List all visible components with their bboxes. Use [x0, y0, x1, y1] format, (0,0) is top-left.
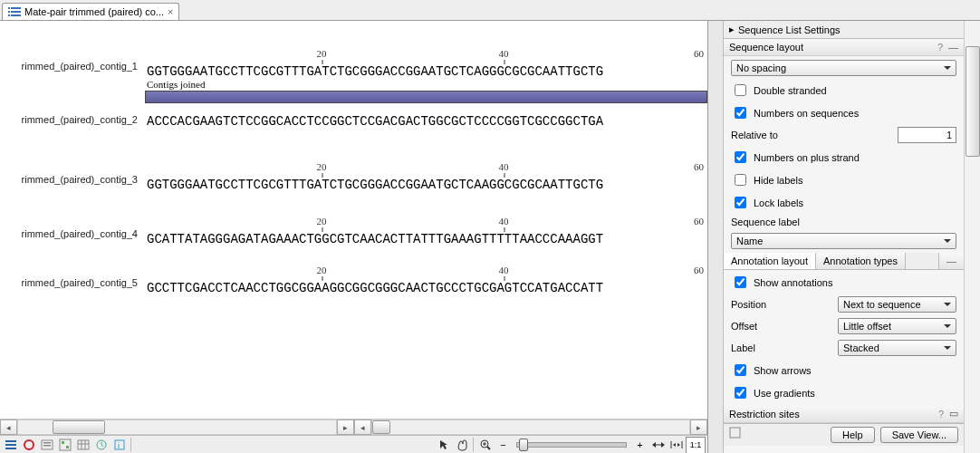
section-restriction-sites[interactable]: Restriction sites ? ▭	[724, 405, 964, 423]
document-tab-title: Mate-pair trimmed (paired) co...	[24, 6, 164, 17]
help-hint-icon[interactable]: ?	[937, 42, 943, 53]
label-combo[interactable]: Stacked	[838, 340, 956, 356]
svg-text:i: i	[118, 441, 120, 450]
svg-rect-13	[60, 439, 71, 450]
view-circular-icon[interactable]	[20, 437, 37, 454]
annotation-tabs: Annotation layout Annotation types —	[724, 253, 964, 270]
label-scrollbar-track[interactable]	[17, 419, 337, 435]
collapse-icon[interactable]: —	[938, 253, 964, 269]
svg-rect-16	[78, 440, 89, 449]
panel-vertical-scrollbar[interactable]	[964, 21, 980, 453]
svg-rect-1	[11, 7, 21, 9]
view-list-icon[interactable]	[2, 437, 19, 454]
pan-tool-icon[interactable]	[453, 437, 470, 454]
svg-rect-21	[115, 440, 124, 449]
ruler: 20 40 60	[145, 216, 707, 228]
zoom-out-icon[interactable]: −	[495, 437, 512, 454]
zoom-1to1-icon[interactable]: 1:1	[686, 437, 706, 454]
sequence-bases[interactable]: GGTGGGAATGCCTTCGCGTTTGATCTGCGGGACCGGAATG…	[145, 174, 707, 192]
collapse-icon[interactable]: —	[948, 42, 958, 53]
panel-title: Sequence List Settings	[738, 24, 841, 35]
use-gradients-checkbox[interactable]	[735, 387, 746, 399]
view-history-icon[interactable]	[92, 437, 110, 454]
scroll-left-button[interactable]: ◂	[354, 419, 371, 435]
save-view-button[interactable]: Save View...	[880, 427, 958, 443]
position-combo[interactable]: Next to sequence	[838, 296, 956, 313]
sequence-label-combo[interactable]: Name	[731, 233, 956, 249]
side-panel: ▸ Sequence List Settings Sequence layout…	[708, 21, 980, 453]
sequence-area[interactable]: rimmed_(paired)_contig_1 20 40 60 GGTGGG…	[0, 21, 707, 419]
expand-icon[interactable]: ▸	[729, 24, 735, 35]
editor-tab-bar: Mate-pair trimmed (paired) co... ×	[0, 0, 980, 21]
svg-line-24	[487, 447, 490, 449]
help-hint-icon[interactable]: ?	[938, 409, 944, 419]
svg-rect-7	[5, 444, 16, 446]
sequence-row: rimmed_(paired)_contig_1 20 40 60 GGTGGG…	[0, 48, 707, 103]
side-tray[interactable]	[708, 21, 724, 453]
document-tab[interactable]: Mate-pair trimmed (paired) co... ×	[2, 3, 179, 20]
viewer-toolbar: i − + 1:1	[0, 435, 707, 453]
close-tab-icon[interactable]: ×	[168, 6, 173, 17]
view-info-icon[interactable]: i	[110, 437, 128, 454]
numbers-plus-strand-checkbox[interactable]	[735, 151, 746, 163]
svg-rect-30	[730, 428, 740, 438]
hide-labels-checkbox[interactable]	[735, 174, 746, 186]
ruler: 20 40 60	[145, 161, 707, 174]
annotation-label: Contigs joined	[145, 79, 707, 90]
sequence-bases[interactable]: GGTGGGAATGCCTTCGCGTTTGATCTGCGGGACCGGAATG…	[145, 61, 707, 79]
fit-selection-icon[interactable]	[668, 437, 685, 454]
sequence-name: rimmed_(paired)_contig_5	[0, 265, 145, 288]
scroll-right-button[interactable]: ▸	[690, 419, 707, 435]
svg-rect-5	[11, 14, 21, 16]
svg-rect-15	[66, 446, 69, 448]
sequence-list-icon	[8, 6, 21, 17]
svg-rect-4	[8, 14, 10, 16]
sequence-name: rimmed_(paired)_contig_4	[0, 216, 145, 239]
tab-annotation-layout[interactable]: Annotation layout	[724, 253, 816, 269]
svg-rect-8	[5, 448, 16, 449]
view-table-icon[interactable]	[74, 437, 91, 454]
numbers-on-sequences-checkbox[interactable]	[735, 107, 746, 119]
horizontal-scroll-area: ◂ ▸ ◂ ▸	[0, 419, 707, 435]
sequence-row: rimmed_(paired)_contig_5 20 40 60 GCCTTC…	[0, 265, 707, 295]
panel-footer: Help Save View...	[724, 423, 964, 446]
scrollbar-thumb[interactable]	[372, 420, 390, 434]
svg-rect-12	[43, 445, 51, 447]
section-sequence-layout[interactable]: Sequence layout ? —	[724, 39, 964, 56]
sequence-scrollbar-track[interactable]	[371, 419, 691, 435]
zoom-slider[interactable]	[516, 442, 627, 448]
annotation-bar[interactable]	[145, 91, 707, 103]
sequence-name: rimmed_(paired)_contig_3	[0, 161, 145, 185]
help-button[interactable]: Help	[831, 427, 875, 443]
scrollbar-thumb[interactable]	[53, 420, 105, 434]
lock-labels-checkbox[interactable]	[735, 197, 746, 208]
presets-icon[interactable]	[729, 427, 741, 439]
show-annotations-checkbox[interactable]	[735, 276, 746, 288]
sequence-bases[interactable]: GCCTTCGACCTCAACCTGGCGGAAGGCGGCGGGCAACTGC…	[145, 277, 707, 295]
show-arrows-checkbox[interactable]	[735, 364, 746, 376]
spacing-combo[interactable]: No spacing	[731, 60, 956, 76]
scroll-left-button[interactable]: ◂	[0, 419, 17, 435]
svg-rect-0	[8, 7, 10, 9]
zoom-slider-thumb[interactable]	[519, 439, 528, 451]
fit-width-icon[interactable]	[649, 437, 667, 454]
sequence-bases[interactable]: ACCCACGAAGTCTCCGGCACCTCCGGCTCCGACGACTGGC…	[145, 114, 707, 129]
expand-section-icon[interactable]: ▭	[949, 408, 958, 419]
sequence-bases[interactable]: GCATTATAGGGAGATAGAAACTGGCGTCAACACTTATTTG…	[145, 228, 707, 246]
view-dotplot-icon[interactable]	[56, 437, 73, 454]
selection-tool-icon[interactable]	[435, 437, 452, 454]
zoom-in-icon[interactable]	[476, 437, 494, 454]
svg-rect-6	[5, 440, 16, 442]
zoom-plus-icon[interactable]: +	[631, 437, 649, 454]
offset-combo[interactable]: Little offset	[838, 318, 956, 334]
sequence-row: rimmed_(paired)_contig_4 20 40 60 GCATTA…	[0, 216, 707, 246]
sequence-name: rimmed_(paired)_contig_1	[0, 48, 145, 72]
svg-rect-2	[8, 11, 10, 13]
ruler: 20 40 60	[145, 48, 707, 61]
view-text-icon[interactable]	[38, 437, 55, 454]
tab-annotation-types[interactable]: Annotation types	[816, 253, 906, 269]
relative-to-input[interactable]	[898, 127, 956, 143]
scrollbar-thumb[interactable]	[966, 46, 980, 157]
scroll-right-button[interactable]: ▸	[337, 419, 354, 435]
double-stranded-checkbox[interactable]	[735, 84, 746, 96]
